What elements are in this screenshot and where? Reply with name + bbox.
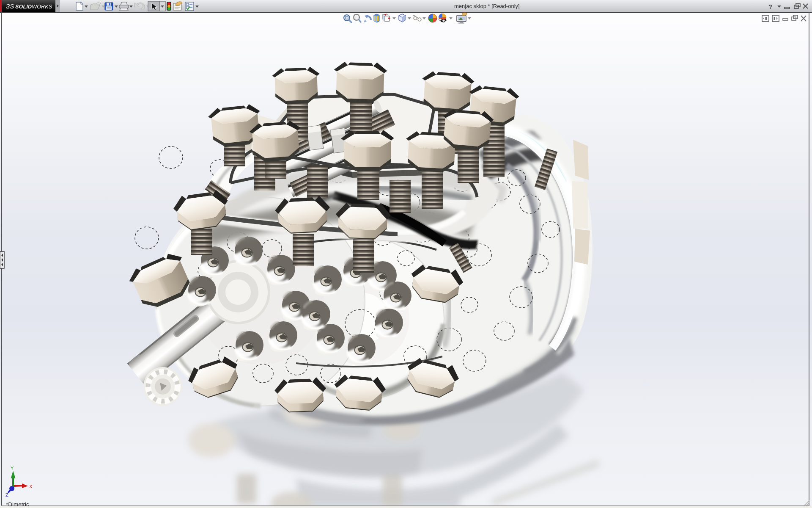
svg-text:menjac sklop * [Read-only]: menjac sklop * [Read-only] (454, 3, 520, 9)
svg-text:Z: Z (5, 492, 8, 497)
svg-text:ЗS: ЗS (6, 3, 14, 10)
svg-text:Y: Y (11, 466, 14, 471)
svg-text:*Dimetric: *Dimetric (6, 501, 29, 508)
svg-text:?: ? (768, 3, 772, 10)
svg-text:SOLIDWORKS: SOLIDWORKS (15, 4, 52, 10)
svg-text:X: X (29, 484, 33, 489)
